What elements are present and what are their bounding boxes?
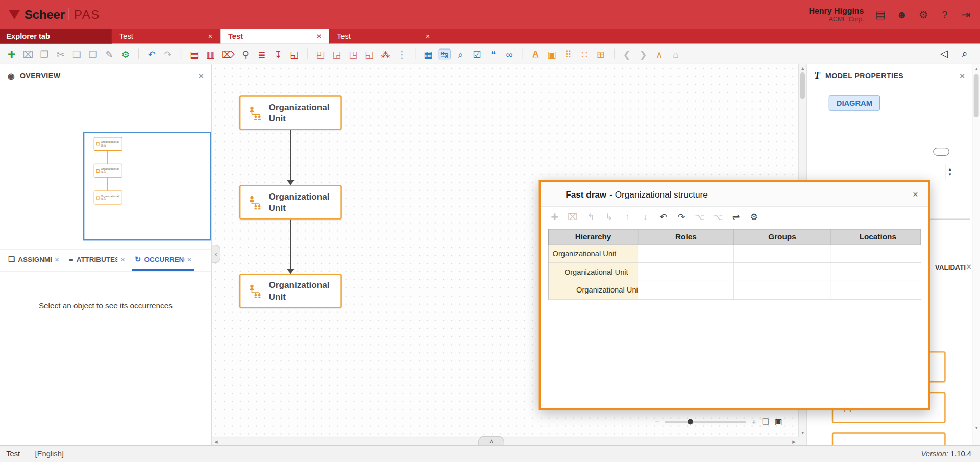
model-properties-close-icon[interactable]: ×	[960, 70, 965, 81]
report-icon[interactable]: ▥	[205, 49, 216, 58]
vertical-scroll-thumb[interactable]	[800, 72, 805, 99]
org-unit-node-3[interactable]: Organizational Unit	[239, 274, 342, 308]
zoom-out-button[interactable]: −	[655, 417, 659, 426]
insert-table-icon[interactable]: ⊞	[595, 49, 606, 58]
lamp-icon[interactable]: ⌂	[670, 49, 681, 58]
bottom-panel-expand-handle[interactable]: ∧	[478, 436, 504, 445]
paste-special-icon[interactable]: ❒	[88, 49, 99, 58]
scroll-down-icon[interactable]: ▼	[974, 426, 978, 430]
insert-image-icon[interactable]: ▣	[547, 49, 557, 58]
stepper-down-icon[interactable]: ▼	[948, 172, 952, 177]
redo-icon[interactable]: ↷	[676, 212, 687, 221]
branch-left-icon[interactable]: ⌥	[694, 212, 705, 221]
copy-icon[interactable]: ❐	[39, 49, 50, 58]
print-icon[interactable]: ≣	[257, 49, 267, 58]
undo-icon[interactable]: ↶	[146, 49, 157, 58]
roles-cell[interactable]	[638, 281, 734, 299]
snapshot-icon[interactable]: ◱	[289, 49, 300, 58]
arrange-send-back-icon[interactable]: ◲	[332, 49, 342, 58]
connector-mode-icon[interactable]: ↹	[439, 49, 450, 58]
roles-cell[interactable]	[638, 245, 734, 262]
tab-attributes[interactable]: ≡ ATTRIBUTES ×	[66, 250, 128, 271]
edge-1[interactable]	[290, 130, 291, 180]
fullscreen-icon[interactable]: ❏	[762, 417, 769, 426]
move-down-icon[interactable]: ↓	[640, 212, 651, 221]
edge-2[interactable]	[290, 220, 291, 269]
tab-close-icon[interactable]: ×	[208, 32, 213, 40]
hierarchy-cell[interactable]: Organizational Unit	[549, 281, 638, 299]
palette-item-partial[interactable]	[832, 432, 946, 445]
stepper-up-icon[interactable]: ▲	[948, 167, 952, 172]
roles-cell[interactable]	[638, 263, 734, 281]
validation-close-icon[interactable]: ×	[967, 262, 971, 271]
table-row[interactable]: Organizational Unit	[548, 281, 921, 300]
search-icon[interactable]: ⌕	[960, 49, 970, 59]
hierarchy-cell[interactable]: Organizational Unit	[549, 263, 638, 281]
collapse-panel-icon[interactable]: ◁	[939, 49, 949, 59]
pin-icon[interactable]: ⚲	[240, 49, 251, 58]
arrange-bring-front-icon[interactable]: ◰	[315, 49, 326, 58]
status-language[interactable]: [English]	[35, 449, 64, 458]
table-row[interactable]: Organizational Unit	[548, 245, 921, 263]
linked-view-icon[interactable]: ∞	[504, 49, 515, 58]
redo-icon[interactable]: ↷	[163, 49, 174, 58]
align-grid-icon[interactable]: ▦	[423, 49, 433, 58]
overview-close-icon[interactable]: ×	[199, 70, 204, 81]
nav-back-icon[interactable]: ❮	[622, 49, 632, 58]
matrix-view-icon[interactable]: ⠿	[563, 49, 574, 58]
add-sub-level-icon[interactable]: ↳	[604, 212, 615, 221]
canvas-horizontal-scrollbar[interactable]: ◀ ▶	[212, 437, 798, 445]
tab-close-icon[interactable]: ×	[426, 32, 430, 40]
download-model-icon[interactable]: ↧	[273, 49, 284, 58]
model-settings-icon[interactable]: ⚙	[120, 49, 131, 58]
edit-icon[interactable]: ✎	[104, 49, 115, 58]
fast-draw-header[interactable]: Fast draw - Organizational structure ×	[541, 182, 928, 207]
groups-cell[interactable]	[734, 263, 831, 281]
zoom-slider[interactable]	[665, 421, 746, 422]
scroll-down-icon[interactable]: ▼	[801, 431, 805, 435]
add-row-icon[interactable]: ✚	[549, 212, 560, 221]
comments-icon[interactable]: ❝	[488, 49, 499, 58]
groups-cell[interactable]	[734, 281, 831, 299]
scroll-right-icon[interactable]: ▶	[792, 440, 796, 444]
locations-cell[interactable]	[830, 245, 925, 262]
scroll-up-icon[interactable]: ▲	[974, 67, 978, 71]
arrange-send-backward-icon[interactable]: ◱	[364, 49, 375, 58]
branch-right-icon[interactable]: ⌥	[713, 212, 723, 221]
notifications-tray-icon[interactable]: ▤	[875, 9, 886, 20]
scroll-left-icon[interactable]: ◀	[214, 440, 218, 444]
logout-icon[interactable]: ⇥	[961, 9, 971, 20]
delete-row-icon[interactable]: ⌧	[568, 212, 578, 221]
model-tab-2-active[interactable]: Test ×	[220, 29, 329, 43]
tab-close-icon[interactable]: ×	[55, 256, 59, 263]
user-menu[interactable]: Henry Higgins ACME Corp.	[808, 6, 864, 22]
refresh-icon[interactable]: ⇌	[730, 212, 741, 221]
explorer-tab[interactable]: Explorer tab	[0, 29, 111, 43]
paste-icon[interactable]: ❏	[71, 49, 82, 58]
cut-icon[interactable]: ✂	[55, 49, 66, 58]
undo-icon[interactable]: ↶	[658, 212, 669, 221]
hierarchy-cell[interactable]: Organizational Unit	[549, 245, 638, 262]
arrange-bring-forward-icon[interactable]: ◳	[348, 49, 358, 58]
more-options-icon[interactable]: ⋮	[397, 49, 407, 58]
spacing-icon[interactable]: ∷	[579, 49, 590, 58]
model-tab-1[interactable]: Test ×	[111, 29, 220, 43]
number-stepper[interactable]: ▲ ▼	[946, 164, 954, 179]
right-panel-scrollbar[interactable]: ▲ ▼	[972, 64, 980, 445]
scroll-up-icon[interactable]: ▲	[801, 66, 805, 71]
toggle-pill[interactable]	[933, 148, 949, 156]
tab-close-icon[interactable]: ×	[187, 256, 191, 263]
fit-to-view-icon[interactable]: ▣	[775, 417, 782, 426]
tab-close-icon[interactable]: ×	[121, 256, 125, 263]
select-checkbox-icon[interactable]: ☑	[472, 49, 482, 58]
fastdraw-settings-icon[interactable]: ⚙	[749, 212, 760, 221]
org-unit-node-1[interactable]: Organizational Unit	[239, 95, 342, 130]
right-scroll-thumb[interactable]	[974, 74, 979, 117]
find-icon[interactable]: ⌕	[455, 49, 466, 58]
zoom-slider-knob[interactable]	[688, 419, 693, 424]
zoom-in-button[interactable]: +	[752, 417, 756, 426]
diagram-button[interactable]: DIAGRAM	[829, 95, 880, 110]
locations-cell[interactable]	[830, 281, 925, 299]
tab-occurrences[interactable]: ↻ OCCURRENCES ×	[132, 250, 194, 271]
org-unit-node-2[interactable]: Organizational Unit	[239, 185, 342, 219]
